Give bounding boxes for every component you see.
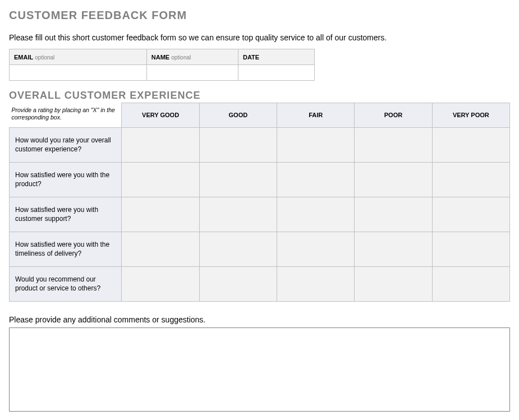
- contact-header-email-optional: optional: [35, 54, 54, 61]
- section-title-experience: OVERALL CUSTOMER EXPERIENCE: [9, 90, 510, 101]
- table-row: How satisfied were you with the product?: [10, 162, 510, 197]
- rating-cell[interactable]: [432, 266, 509, 301]
- contact-header-email: EMAIL optional: [10, 49, 147, 65]
- rating-col-poor: POOR: [355, 103, 432, 128]
- rating-cell[interactable]: [432, 232, 509, 266]
- question-support: How satisfied were you with customer sup…: [10, 197, 122, 232]
- table-row: How satisfied were you with the timeline…: [10, 232, 510, 266]
- rating-cell[interactable]: [432, 162, 509, 197]
- question-delivery: How satisfied were you with the timeline…: [10, 232, 122, 266]
- rating-cell[interactable]: [199, 197, 277, 232]
- rating-col-very-good: VERY GOOD: [122, 103, 199, 128]
- rating-cell[interactable]: [122, 232, 199, 266]
- rating-cell[interactable]: [355, 197, 432, 232]
- question-recommend: Would you recommend our product or servi…: [10, 266, 122, 301]
- rating-hint: Provide a rating by placing an "X" in th…: [10, 103, 122, 128]
- table-row: How would you rate your overall customer…: [10, 127, 510, 162]
- rating-col-good: GOOD: [199, 103, 277, 128]
- comments-field[interactable]: [9, 327, 510, 412]
- rating-cell[interactable]: [122, 266, 199, 301]
- contact-header-email-label: EMAIL: [14, 54, 33, 61]
- name-field[interactable]: [146, 65, 238, 81]
- rating-cell[interactable]: [432, 127, 509, 162]
- comments-label: Please provide any additional comments o…: [9, 315, 510, 324]
- page-title: CUSTOMER FEEDBACK FORM: [9, 9, 510, 22]
- rating-cell[interactable]: [355, 266, 432, 301]
- rating-cell[interactable]: [432, 197, 509, 232]
- contact-header-name-optional: optional: [171, 54, 191, 61]
- question-overall: How would you rate your overall customer…: [10, 127, 122, 162]
- rating-table: Provide a rating by placing an "X" in th…: [9, 103, 510, 302]
- rating-cell[interactable]: [199, 232, 277, 266]
- contact-header-date-label: DATE: [243, 54, 259, 61]
- contact-header-name-label: NAME: [151, 54, 169, 61]
- rating-cell[interactable]: [355, 232, 432, 266]
- rating-cell[interactable]: [277, 162, 355, 197]
- rating-col-fair: FAIR: [277, 103, 355, 128]
- rating-cell[interactable]: [355, 127, 432, 162]
- table-row: How satisfied were you with customer sup…: [10, 197, 510, 232]
- rating-cell[interactable]: [355, 162, 432, 197]
- email-field[interactable]: [10, 65, 147, 81]
- rating-cell[interactable]: [199, 162, 277, 197]
- rating-cell[interactable]: [277, 232, 355, 266]
- rating-cell[interactable]: [122, 162, 199, 197]
- table-row: Would you recommend our product or servi…: [10, 266, 510, 301]
- intro-text: Please fill out this short customer feed…: [9, 33, 510, 42]
- rating-cell[interactable]: [277, 266, 355, 301]
- contact-table: EMAIL optional NAME optional DATE: [9, 49, 315, 81]
- rating-cell[interactable]: [199, 266, 277, 301]
- rating-cell[interactable]: [277, 197, 355, 232]
- contact-header-name: NAME optional: [146, 49, 238, 65]
- contact-header-date: DATE: [238, 49, 314, 65]
- rating-cell[interactable]: [199, 127, 277, 162]
- question-product: How satisfied were you with the product?: [10, 162, 122, 197]
- rating-col-very-poor: VERY POOR: [432, 103, 509, 128]
- date-field[interactable]: [238, 65, 314, 81]
- rating-cell[interactable]: [277, 127, 355, 162]
- rating-cell[interactable]: [122, 197, 199, 232]
- rating-cell[interactable]: [122, 127, 199, 162]
